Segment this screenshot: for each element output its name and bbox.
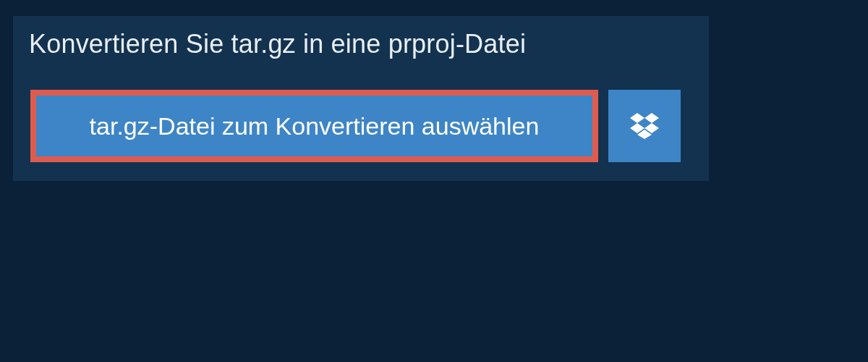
select-file-button-label: tar.gz-Datei zum Konvertieren auswählen: [90, 112, 540, 140]
page-title: Konvertieren Sie tar.gz in eine prproj-D…: [29, 29, 526, 59]
button-row: tar.gz-Datei zum Konvertieren auswählen: [13, 72, 709, 181]
select-file-button[interactable]: tar.gz-Datei zum Konvertieren auswählen: [30, 90, 598, 162]
dropbox-icon: [630, 113, 659, 139]
converter-panel: Konvertieren Sie tar.gz in eine prproj-D…: [13, 16, 709, 181]
heading-bar: Konvertieren Sie tar.gz in eine prproj-D…: [13, 16, 546, 72]
dropbox-button[interactable]: [608, 90, 681, 162]
